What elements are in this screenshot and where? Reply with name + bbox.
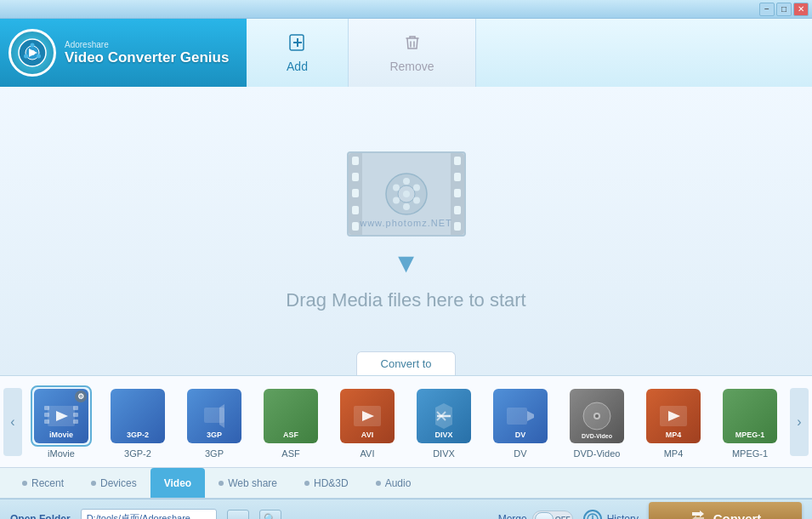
convert-label: Convert <box>713 511 762 519</box>
down-arrow-icon: ▼ <box>393 249 420 277</box>
tab-video[interactable]: Video <box>150 468 205 498</box>
imovie-label: iMovie <box>48 448 75 459</box>
avi-label: AVI <box>361 448 375 459</box>
devices-label: Devices <box>100 477 137 489</box>
imovie-icon: ⚙ iMovie <box>34 389 88 443</box>
mp4-text: MP4 <box>646 431 701 440</box>
divx-text: DIVX <box>417 431 471 440</box>
watermark-text: www.photomz.NET <box>360 218 452 228</box>
add-label: Add <box>287 60 308 73</box>
add-icon <box>288 33 307 56</box>
header: Adoreshare Video Converter Genius Add Re… <box>0 19 812 87</box>
drag-text: Drag Media files here to start <box>286 289 525 311</box>
convert-button[interactable]: Convert <box>649 502 802 520</box>
svg-point-17 <box>393 197 400 203</box>
recent-dot <box>22 481 27 486</box>
asf-label: ASF <box>281 448 299 459</box>
drop-area[interactable]: www.photomz.NET ▼ Drag Media files here … <box>286 151 525 311</box>
3gp2-label: 3GP-2 <box>124 448 151 459</box>
mp4-label: MP4 <box>664 448 684 459</box>
format-item-dv[interactable]: DV DV <box>485 385 556 459</box>
folder-dots-button[interactable]: ... <box>227 510 249 520</box>
format-item-divx[interactable]: DIVX DIVX <box>408 385 480 459</box>
divx-icon: DIVX <box>417 389 471 443</box>
dv-text: DV <box>493 431 548 440</box>
convert-icon <box>690 508 707 519</box>
folder-search-button[interactable]: 🔍 <box>259 510 281 520</box>
format-item-mp4[interactable]: MP4 MP4 <box>638 385 709 459</box>
webshare-label: Web share <box>228 477 277 489</box>
minimize-button[interactable]: − <box>759 3 775 16</box>
asf-icon: ASF <box>264 389 318 443</box>
recent-label: Recent <box>31 477 64 489</box>
format-icons-container: ⚙ iMovie iMovie <box>22 385 790 459</box>
bottom-bar: Open Folder D:/tools/桌面/Adoreshare ... 🔍… <box>0 499 812 519</box>
svg-rect-24 <box>73 406 78 410</box>
format-item-asf[interactable]: ASF ASF <box>255 385 327 459</box>
format-item-avi[interactable]: AVI AVI <box>332 385 403 459</box>
remove-button[interactable]: Remove <box>349 19 476 87</box>
3gp-text: 3GP <box>187 431 241 440</box>
dvd-label: DVD-Video <box>574 448 621 459</box>
svg-point-3 <box>31 43 35 48</box>
svg-point-12 <box>403 191 410 197</box>
search-icon: 🔍 <box>264 513 276 520</box>
chevron-left-icon: ‹ <box>10 414 14 430</box>
hd3d-label: HD&3D <box>314 477 349 489</box>
svg-point-15 <box>413 197 420 203</box>
webshare-dot <box>219 481 224 486</box>
avi-text: AVI <box>340 431 395 440</box>
imovie-text: iMovie <box>34 431 88 440</box>
dv-icon: DV <box>493 389 548 443</box>
app-subtitle: Adoreshare <box>65 40 229 49</box>
nav-right-button[interactable]: › <box>790 388 809 456</box>
svg-point-18 <box>393 184 400 191</box>
convert-to-tab[interactable]: Convert to <box>356 351 457 375</box>
titlebar: − □ ✕ <box>0 0 812 19</box>
svg-point-36 <box>595 414 599 418</box>
format-item-3gp[interactable]: 3GP 3GP <box>179 385 250 459</box>
tab-webshare[interactable]: Web share <box>205 468 291 498</box>
svg-rect-25 <box>73 413 78 417</box>
history-label: History <box>607 513 639 520</box>
app-title-area: Adoreshare Video Converter Genius <box>65 40 229 66</box>
tab-recent[interactable]: Recent <box>9 468 77 498</box>
devices-dot <box>91 481 96 486</box>
format-item-3gp2[interactable]: 3GP-2 3GP-2 <box>102 385 173 459</box>
logo-area: Adoreshare Video Converter Genius <box>0 19 247 87</box>
format-item-imovie[interactable]: ⚙ iMovie iMovie <box>26 385 97 459</box>
audio-dot <box>376 481 381 486</box>
close-button[interactable]: ✕ <box>793 3 809 16</box>
tab-audio[interactable]: Audio <box>362 468 425 498</box>
history-area[interactable]: History <box>583 510 639 520</box>
svg-point-14 <box>413 184 420 191</box>
asf-text: ASF <box>264 431 318 440</box>
toggle-knob <box>535 512 554 520</box>
merge-toggle[interactable]: OFF <box>532 510 573 520</box>
3gp2-icon: 3GP-2 <box>111 389 165 443</box>
nav-left-button[interactable]: ‹ <box>3 388 22 456</box>
history-clock-icon <box>583 510 602 520</box>
dvd-text: DVD-Video <box>570 433 624 440</box>
merge-area: Merge OFF <box>498 510 573 520</box>
mpeg1-text: MPEG-1 <box>723 431 777 440</box>
folder-path-display: D:/tools/桌面/Adoreshare <box>81 509 217 519</box>
chevron-right-icon: › <box>797 414 801 430</box>
svg-rect-33 <box>507 408 527 425</box>
mpeg1-label: MPEG-1 <box>732 448 768 459</box>
toolbar-buttons: Add Remove <box>247 19 812 87</box>
format-item-mpeg1[interactable]: MPEG-1 MPEG-1 <box>714 385 786 459</box>
maximize-button[interactable]: □ <box>776 3 792 16</box>
hd3d-dot <box>304 481 309 486</box>
app-logo <box>9 29 56 77</box>
open-folder-label: Open Folder <box>10 513 71 520</box>
video-label: Video <box>164 477 191 489</box>
tab-devices[interactable]: Devices <box>77 468 150 498</box>
3gp2-text: 3GP-2 <box>111 431 165 440</box>
category-tabs: Recent Devices Video Web share HD&3D Aud… <box>0 468 812 499</box>
format-item-dvd[interactable]: DVD-Video DVD-Video <box>561 385 633 459</box>
svg-point-16 <box>403 203 410 210</box>
add-button[interactable]: Add <box>247 19 349 87</box>
dv-label: DV <box>514 448 526 459</box>
tab-hd3d[interactable]: HD&3D <box>291 468 362 498</box>
